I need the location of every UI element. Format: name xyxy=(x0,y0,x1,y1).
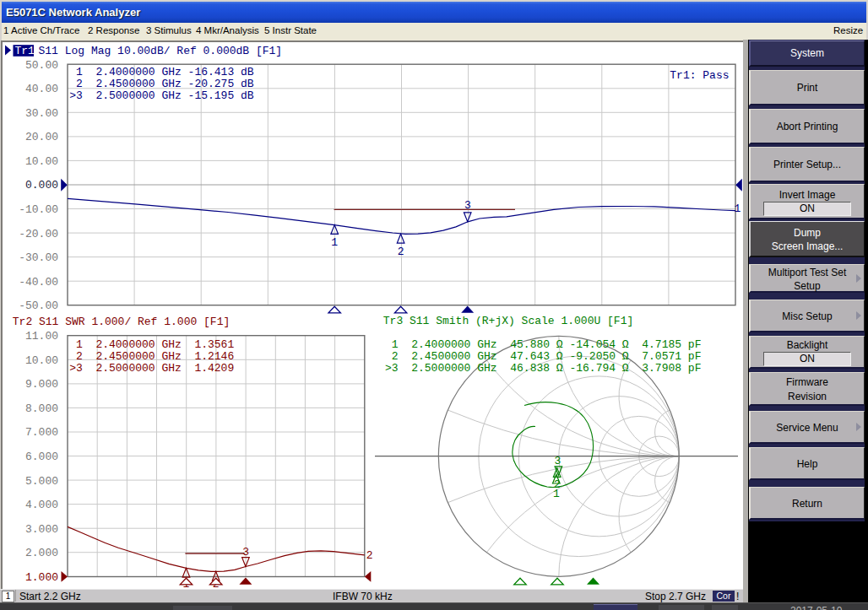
svg-text:1: 1 xyxy=(735,202,741,215)
svg-text:3: 3 xyxy=(555,455,561,467)
svg-text:2.000: 2.000 xyxy=(25,547,58,559)
svg-text:Tr3 S11 Smith (R+jX) Scale 1.0: Tr3 S11 Smith (R+jX) Scale 1.000U [F1] xyxy=(383,315,633,327)
svg-text:5.000: 5.000 xyxy=(25,475,58,488)
svg-text:30.00: 30.00 xyxy=(25,107,58,120)
svg-text:2: 2 xyxy=(398,246,404,258)
svg-text:1: 1 xyxy=(553,488,560,500)
svg-text:>3 2.5000000 GHz -15.195 dB: >3 2.5000000 GHz -15.195 dB xyxy=(69,89,254,102)
svg-text:6.000: 6.000 xyxy=(25,451,58,463)
svg-text:50.00: 50.00 xyxy=(25,59,58,72)
svg-text:4.000: 4.000 xyxy=(25,499,58,511)
svg-text:8.000: 8.000 xyxy=(25,402,58,415)
svg-text:1.000: 1.000 xyxy=(25,571,58,584)
svg-text:0.000: 0.000 xyxy=(25,179,58,192)
svg-text:9.000: 9.000 xyxy=(25,378,58,391)
svg-text:10.00: 10.00 xyxy=(25,155,58,168)
svg-text:2 2.4500000 GHz 47.643 Ω -9.: 2 2.4500000 GHz 47.643 Ω -9.2050 Ω 7.057… xyxy=(385,350,701,363)
svg-text:Tr1: Pass: Tr1: Pass xyxy=(670,69,729,82)
svg-text:1 2.4000000 GHz 1.3561: 1 2.4000000 GHz 1.3561 xyxy=(69,338,234,351)
svg-text:-20.00: -20.00 xyxy=(19,228,58,240)
svg-text:S11 Log Mag 10.00dB/ Ref 0.000: S11 Log Mag 10.00dB/ Ref 0.000dB [F1] xyxy=(39,45,283,57)
svg-text:40.00: 40.00 xyxy=(25,83,58,95)
svg-text:11.00: 11.00 xyxy=(25,330,58,343)
svg-text:>3 2.5000000 GHz 1.4209: >3 2.5000000 GHz 1.4209 xyxy=(69,362,234,375)
svg-text:1 2.4000000 GHz 45.880 Ω -14: 1 2.4000000 GHz 45.880 Ω -14.054 Ω 4.718… xyxy=(385,338,701,351)
svg-text:1 2.4000000 GHz -16.413 dB: 1 2.4000000 GHz -16.413 dB xyxy=(69,66,254,78)
svg-text:Tr1: Tr1 xyxy=(15,45,35,57)
svg-text:2: 2 xyxy=(366,549,373,562)
svg-text:-10.00: -10.00 xyxy=(19,203,58,216)
svg-text:-30.00: -30.00 xyxy=(19,251,58,264)
svg-text:-50.00: -50.00 xyxy=(19,300,58,312)
svg-text:10.00: 10.00 xyxy=(25,354,58,367)
svg-text:Tr2 S11 SWR 1.000/ Ref 1.000 [: Tr2 S11 SWR 1.000/ Ref 1.000 [F1] xyxy=(13,316,230,328)
svg-text:2 2.4500000 GHz 1.2146: 2 2.4500000 GHz 1.2146 xyxy=(69,350,234,363)
svg-text:1: 1 xyxy=(331,236,338,249)
svg-text:>3 2.5000000 GHz 46.838 Ω -1: >3 2.5000000 GHz 46.838 Ω -16.794 Ω 3.79… xyxy=(385,362,701,375)
svg-text:3: 3 xyxy=(242,546,249,559)
svg-text:-40.00: -40.00 xyxy=(19,276,58,289)
svg-text:7.000: 7.000 xyxy=(25,426,58,439)
svg-text:20.00: 20.00 xyxy=(25,131,58,143)
svg-text:2 2.4500000 GHz -20.275 dB: 2 2.4500000 GHz -20.275 dB xyxy=(69,78,254,90)
svg-text:3.000: 3.000 xyxy=(25,523,58,536)
svg-text:3: 3 xyxy=(464,199,471,212)
